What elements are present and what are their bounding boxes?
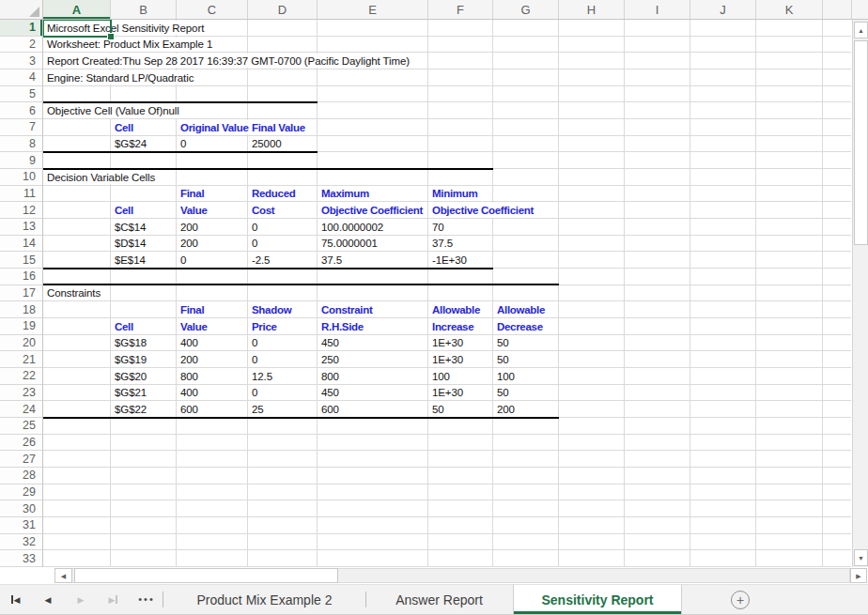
column-header-H[interactable]: H [559, 0, 625, 19]
column-header-A[interactable]: A [43, 0, 111, 19]
horizontal-scrollbar[interactable]: ◀ ▶ [0, 567, 868, 584]
cell-E22[interactable]: 800 [321, 369, 341, 383]
cell-C20[interactable]: 400 [180, 336, 200, 350]
row-header-29[interactable]: 29 [0, 484, 42, 501]
add-sheet-button[interactable]: + [731, 591, 750, 609]
first-sheet-button[interactable]: ◀ [6, 591, 24, 609]
cell-C13[interactable]: 200 [180, 220, 200, 234]
cell-F11[interactable]: Minimum [432, 187, 479, 201]
cell-G19[interactable]: Decrease [497, 319, 545, 333]
cell-G22[interactable]: 100 [497, 369, 517, 383]
sheet-tab-product-mix-example-2[interactable]: Product Mix Example 2 [163, 585, 365, 614]
cell-F14[interactable]: 37.5 [432, 237, 455, 251]
sheet-tab-answer-report[interactable]: Answer Report [366, 585, 512, 614]
cell-B15[interactable]: $E$14 [115, 253, 147, 267]
select-all-corner[interactable] [0, 0, 43, 19]
row-header-3[interactable]: 3 [0, 53, 42, 69]
cell-B12[interactable]: Cell [115, 203, 135, 217]
cell-B14[interactable]: $D$14 [115, 237, 147, 251]
row-header-8[interactable]: 8 [0, 136, 42, 153]
cell-A17[interactable]: Constraints [47, 286, 102, 300]
cell-B13[interactable]: $C$14 [115, 220, 147, 234]
row-header-31[interactable]: 31 [0, 517, 42, 534]
cell-F21[interactable]: 1E+30 [432, 352, 465, 366]
cell-A10[interactable]: Decision Variable Cells [47, 170, 157, 184]
row-header-22[interactable]: 22 [0, 368, 42, 385]
vertical-scrollbar[interactable]: ▲ ▼ [852, 20, 868, 567]
cell-D13[interactable]: 0 [252, 220, 259, 234]
row-header-33[interactable]: 33 [0, 550, 42, 567]
vertical-scroll-thumb[interactable] [854, 40, 868, 245]
cell-D21[interactable]: 0 [252, 352, 259, 366]
cell-F15[interactable]: -1E+30 [432, 253, 469, 267]
cell-E24[interactable]: 600 [321, 402, 341, 416]
row-header-16[interactable]: 16 [0, 269, 42, 285]
row-header-10[interactable]: 10 [0, 169, 42, 186]
row-header-30[interactable]: 30 [0, 500, 42, 517]
row-header-2[interactable]: 2 [0, 37, 42, 54]
row-header-9[interactable]: 9 [0, 152, 42, 169]
row-header-19[interactable]: 19 [0, 318, 42, 335]
cell-A4[interactable]: Engine: Standard LP/Quadratic [47, 70, 195, 85]
sheet-grid[interactable]: Microsoft Excel Sensitivity ReportWorksh… [0, 0, 868, 615]
column-header-C[interactable]: C [177, 0, 248, 19]
cell-C22[interactable]: 800 [180, 369, 200, 383]
cell-B22[interactable]: $G$20 [115, 369, 148, 383]
cell-F12[interactable]: Objective Coefficient [432, 203, 535, 217]
row-header-25[interactable]: 25 [0, 418, 42, 435]
column-header-D[interactable]: D [248, 0, 318, 19]
cell-C7[interactable]: Original Value [180, 120, 251, 134]
last-sheet-button[interactable]: ▶ [104, 591, 123, 609]
cell-E20[interactable]: 450 [321, 336, 341, 350]
cell-B8[interactable]: $G$24 [115, 137, 148, 151]
cell-E23[interactable]: 450 [321, 386, 341, 400]
cell-C12[interactable]: Value [180, 203, 209, 217]
column-header-G[interactable]: G [493, 0, 559, 19]
row-header-18[interactable]: 18 [0, 301, 42, 318]
cell-C19[interactable]: Value [180, 319, 209, 333]
cell-C21[interactable]: 200 [180, 352, 200, 366]
column-header-partial[interactable] [823, 0, 852, 19]
cell-C23[interactable]: 400 [180, 386, 200, 400]
fill-handle[interactable] [107, 33, 115, 40]
column-header-I[interactable]: I [625, 0, 690, 19]
cell-F24[interactable]: 50 [432, 402, 446, 416]
cell-D22[interactable]: 12.5 [252, 369, 274, 383]
cell-E21[interactable]: 250 [321, 352, 341, 366]
cell-D18[interactable]: Shadow [252, 302, 293, 316]
row-header-5[interactable]: 5 [0, 86, 42, 103]
cell-B23[interactable]: $G$21 [115, 386, 148, 400]
cell-D20[interactable]: 0 [252, 336, 259, 350]
cell-F20[interactable]: 1E+30 [432, 336, 465, 350]
cell-A2[interactable]: Worksheet: Product Mix Example 1 [47, 38, 214, 52]
column-header-J[interactable]: J [690, 0, 756, 19]
cell-B19[interactable]: Cell [115, 319, 135, 333]
cell-B20[interactable]: $G$18 [115, 336, 148, 350]
cell-D12[interactable]: Cost [252, 203, 276, 217]
cell-E12[interactable]: Objective Coefficient [321, 203, 425, 217]
cell-F19[interactable]: Increase [432, 319, 475, 333]
cell-C11[interactable]: Final [180, 187, 206, 201]
row-header-20[interactable]: 20 [0, 335, 42, 352]
cell-G24[interactable]: 200 [497, 402, 517, 416]
cell-E14[interactable]: 75.0000001 [321, 237, 380, 251]
row-header-1[interactable]: 1 [0, 20, 42, 37]
scroll-left-button[interactable]: ◀ [54, 568, 72, 583]
cell-D19[interactable]: Price [252, 319, 279, 333]
cell-E18[interactable]: Constraint [321, 302, 375, 316]
cell-F18[interactable]: Allowable [432, 302, 482, 316]
scroll-up-button[interactable]: ▲ [854, 22, 868, 38]
column-header-E[interactable]: E [318, 0, 428, 19]
cell-G21[interactable]: 50 [497, 352, 511, 366]
cell-C8[interactable]: 0 [180, 137, 188, 151]
cell-D24[interactable]: 25 [252, 402, 266, 416]
cell-F22[interactable]: 100 [432, 369, 452, 383]
row-header-7[interactable]: 7 [0, 119, 42, 136]
next-sheet-button[interactable]: ▶ [71, 591, 90, 609]
cell-D8[interactable]: 25000 [252, 137, 283, 151]
horizontal-scroll-thumb[interactable] [74, 568, 338, 583]
cell-D11[interactable]: Reduced [252, 187, 297, 201]
prev-sheet-button[interactable]: ◀ [39, 591, 57, 609]
cell-E13[interactable]: 100.0000002 [321, 220, 385, 234]
row-header-23[interactable]: 23 [0, 385, 42, 402]
